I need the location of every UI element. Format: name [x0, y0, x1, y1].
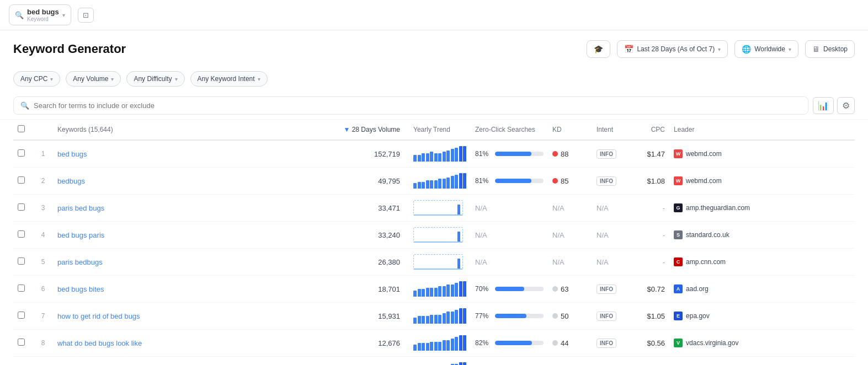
keyword-link[interactable]: paris bedbugs	[57, 258, 103, 266]
education-button[interactable]: 🎓	[587, 40, 610, 58]
volume-cell: 33,471	[257, 195, 409, 222]
keyword-link[interactable]: what do bed bugs look like	[57, 339, 142, 347]
compare-icon: ⊡	[83, 11, 89, 19]
rank-header	[33, 120, 53, 140]
table-row: 3paris bed bugs33,471N/AN/AN/A- G amp.th…	[13, 195, 855, 222]
filters-bar: Any CPC ▾ Any Volume ▾ Any Difficulty ▾ …	[0, 66, 868, 92]
leader-favicon: V	[674, 339, 683, 347]
filter-cpc[interactable]: Any CPC ▾	[13, 71, 60, 87]
keyword-link[interactable]: how to get rid of bed bugs	[57, 312, 140, 320]
leader-domain[interactable]: amp.theguardian.com	[686, 204, 750, 212]
volume-cell: 18,701	[257, 276, 409, 303]
chevron-down-icon: ▾	[175, 76, 178, 82]
select-all-checkbox[interactable]	[18, 125, 25, 132]
keyword-cell[interactable]: bed bugs bites	[53, 276, 257, 303]
keyword-cell[interactable]: how to get rid of bed bugs	[53, 303, 257, 330]
kd-header[interactable]: KD	[548, 120, 592, 140]
zero-click-header[interactable]: Zero-Click Searches	[471, 120, 548, 140]
cpc-cell: $1.47	[636, 140, 669, 168]
cpc-cell: $1.08	[636, 168, 669, 195]
export-excel-button[interactable]: 📊	[813, 97, 834, 114]
leader-domain[interactable]: webmd.com	[686, 177, 722, 185]
leader-cell: V vdacs.virginia.gov	[669, 330, 855, 357]
keyword-cell[interactable]: paris bed bugs	[53, 195, 257, 222]
filter-difficulty[interactable]: Any Difficulty ▾	[126, 71, 184, 87]
excel-icon: 📊	[818, 101, 829, 110]
date-range-button[interactable]: 📅 Last 28 Days (As of Oct 7) ▾	[617, 40, 728, 58]
row-checkbox[interactable]	[18, 257, 25, 265]
row-checkbox[interactable]	[18, 176, 25, 184]
rank-cell: 6	[33, 276, 53, 303]
keyword-cell[interactable]: bedbugs	[53, 168, 257, 195]
keyword-header[interactable]: Keywords (15,644)	[53, 120, 257, 140]
select-all-header[interactable]	[13, 120, 33, 140]
kd-cell: 63	[548, 276, 592, 303]
leader-domain[interactable]: amp.cnn.com	[686, 258, 726, 266]
zero-click-cell: 77%	[471, 303, 548, 330]
export-buttons: 📊 ⚙	[813, 97, 855, 114]
keyword-link[interactable]: bed bugs bites	[57, 285, 104, 293]
rank-cell: 5	[33, 249, 53, 276]
trend-cell	[409, 222, 471, 249]
compare-button[interactable]: ⊡	[78, 8, 94, 23]
intent-cell: N/A	[592, 249, 636, 276]
filter-intent-label: Any Keyword Intent	[198, 75, 255, 83]
keyword-cell[interactable]: bed bugs	[53, 140, 257, 168]
row-checkbox[interactable]	[18, 149, 25, 157]
leader-cell: S standard.co.uk	[669, 222, 855, 249]
cpc-cell: $0.56	[636, 330, 669, 357]
filter-volume[interactable]: Any Volume ▾	[66, 71, 121, 87]
leader-domain[interactable]: vdacs.virginia.gov	[686, 339, 738, 347]
filter-intent[interactable]: Any Keyword Intent ▾	[190, 71, 268, 87]
keyword-search-pill[interactable]: 🔍 bed bugs Keyword ▾	[9, 4, 71, 25]
keyword-link[interactable]: paris bed bugs	[57, 204, 104, 212]
row-checkbox[interactable]	[18, 312, 25, 319]
keyword-filter-input[interactable]	[34, 101, 801, 110]
row-checkbox[interactable]	[18, 285, 25, 292]
graduation-cap-icon: 🎓	[594, 45, 603, 53]
keyword-cell[interactable]: how to check for bed bugs	[53, 357, 257, 366]
leader-favicon: S	[674, 230, 683, 239]
leader-domain[interactable]: webmd.com	[686, 150, 722, 158]
zero-click-cell: 82%	[471, 330, 548, 357]
volume-cell: 26,380	[257, 249, 409, 276]
cpc-header[interactable]: CPC	[636, 120, 669, 140]
device-button[interactable]: 🖥 Desktop	[805, 40, 855, 58]
zero-click-cell: N/A	[471, 222, 548, 249]
intent-header[interactable]: Intent	[592, 120, 636, 140]
keyword-link[interactable]: bed bugs	[57, 150, 87, 158]
intent-cell: N/A	[592, 222, 636, 249]
kd-cell: 50	[548, 303, 592, 330]
cpc-cell: $1.05	[636, 303, 669, 330]
intent-cell: INFO	[592, 303, 636, 330]
leader-cell: W webmd.com	[669, 140, 855, 168]
trend-cell	[409, 303, 471, 330]
kd-cell: 45	[548, 357, 592, 366]
leader-domain[interactable]: standard.co.uk	[686, 231, 729, 239]
leader-favicon: C	[674, 257, 683, 266]
zero-click-cell: N/A	[471, 249, 548, 276]
leader-domain[interactable]: aad.org	[686, 285, 709, 293]
cpc-cell: $0.72	[636, 276, 669, 303]
trend-header[interactable]: Yearly Trend	[409, 120, 471, 140]
leader-domain[interactable]: epa.gov	[686, 312, 710, 320]
keyword-link[interactable]: bed bugs paris	[57, 231, 104, 239]
row-checkbox[interactable]	[18, 203, 25, 211]
volume-header[interactable]: ▼ 28 Days Volume	[257, 120, 409, 140]
leader-favicon: W	[674, 149, 683, 158]
location-button[interactable]: 🌐 Worldwide ▾	[734, 40, 798, 58]
settings-columns-button[interactable]: ⚙	[837, 97, 855, 114]
keyword-cell[interactable]: paris bedbugs	[53, 249, 257, 276]
volume-cell: 33,240	[257, 222, 409, 249]
keyword-link[interactable]: bedbugs	[57, 177, 85, 185]
intent-cell: INFO	[592, 276, 636, 303]
keyword-cell[interactable]: what do bed bugs look like	[53, 330, 257, 357]
volume-cell: 15,931	[257, 303, 409, 330]
keyword-cell[interactable]: bed bugs paris	[53, 222, 257, 249]
cpc-cell: -	[636, 195, 669, 222]
row-checkbox[interactable]	[18, 230, 25, 238]
rank-cell: 3	[33, 195, 53, 222]
row-checkbox[interactable]	[18, 339, 25, 346]
calendar-icon: 📅	[624, 45, 633, 53]
volume-cell: 7,871	[257, 357, 409, 366]
